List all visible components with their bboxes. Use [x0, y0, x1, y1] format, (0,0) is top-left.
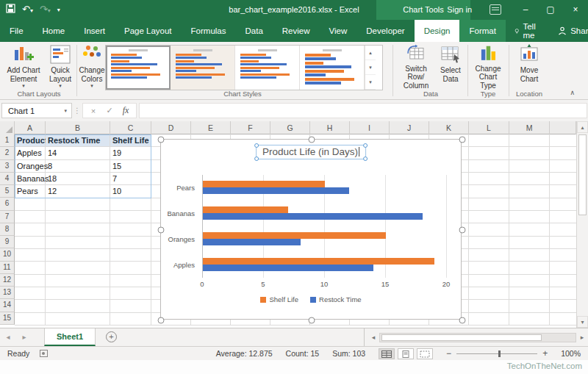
cell-C2[interactable]: 19 — [110, 147, 151, 159]
cell-B2[interactable]: 14 — [46, 147, 110, 159]
chart-style-thumb[interactable] — [171, 46, 235, 90]
tab-design[interactable]: Design — [415, 20, 460, 42]
column-header-C[interactable]: C — [110, 121, 151, 134]
column-header-J[interactable]: J — [390, 121, 429, 134]
add-chart-element-button[interactable]: Add Chart Element▾ — [3, 44, 44, 90]
bar-restock-time-bananas[interactable] — [203, 213, 423, 220]
name-box[interactable]: Chart 1 ▾ — [1, 103, 72, 118]
gallery-more-icon[interactable]: ▾ — [365, 75, 376, 90]
column-header-E[interactable]: E — [191, 121, 231, 134]
cell-A5[interactable]: Pears — [15, 185, 45, 197]
column-header-A[interactable]: A — [15, 121, 46, 134]
chart-style-thumb[interactable] — [300, 46, 365, 90]
cell-C3[interactable]: 15 — [110, 160, 151, 172]
scroll-down-icon[interactable]: ▾ — [577, 316, 588, 328]
row-header-14[interactable]: 14 — [0, 299, 15, 312]
page-break-preview-button[interactable] — [417, 348, 433, 359]
collapse-ribbon-icon[interactable]: ∧ — [570, 89, 575, 96]
vertical-scrollbar[interactable]: ▴ ▾ — [576, 121, 588, 328]
row-header-10[interactable]: 10 — [0, 248, 15, 261]
new-sheet-icon[interactable]: + — [106, 331, 117, 342]
column-header-K[interactable]: K — [429, 121, 469, 134]
column-header-G[interactable]: G — [270, 121, 310, 134]
cell-B1[interactable]: Restock Time — [46, 134, 110, 146]
row-header-13[interactable]: 13 — [0, 287, 15, 299]
horizontal-scroll-thumb[interactable] — [381, 334, 542, 341]
chart-selection-handle[interactable] — [158, 227, 165, 234]
cancel-icon[interactable]: × — [86, 107, 101, 115]
tab-review[interactable]: Review — [273, 20, 320, 42]
chart-selection-handle[interactable] — [158, 137, 165, 143]
row-header-3[interactable]: 3 — [0, 160, 15, 173]
legend-item[interactable]: Restock Time — [310, 295, 362, 303]
chart-selection-handle[interactable] — [309, 137, 315, 143]
cell-A2[interactable]: Apples — [15, 147, 45, 159]
sheet-nav-right-icon[interactable]: ▸ — [16, 328, 32, 346]
chart-style-thumb[interactable] — [106, 46, 171, 90]
title-handle[interactable] — [363, 143, 368, 148]
horizontal-scrollbar[interactable]: ◂ ▸ — [368, 328, 588, 346]
maximize-button[interactable]: ▢ — [538, 0, 563, 20]
bar-shelf-life-bananas[interactable] — [203, 206, 288, 213]
column-header-I[interactable]: I — [350, 121, 390, 134]
row-header-11[interactable]: 11 — [0, 262, 15, 274]
ribbon-display-options-icon[interactable] — [490, 4, 501, 15]
change-colors-button[interactable]: Change Colors▾ — [79, 44, 105, 90]
row-header-5[interactable]: 5 — [0, 185, 15, 198]
chart-selection-handle[interactable] — [158, 317, 165, 324]
cell-B3[interactable]: 8 — [46, 160, 110, 172]
formula-bar-grip-icon[interactable]: ⋮ — [72, 107, 82, 115]
zoom-slider[interactable] — [456, 353, 537, 354]
row-header-4[interactable]: 4 — [0, 173, 15, 185]
cell-A1[interactable]: Product — [15, 134, 45, 146]
zoom-level[interactable]: 100% — [561, 349, 581, 358]
tab-home[interactable]: Home — [33, 20, 75, 42]
switch-row-column-button[interactable]: Switch Row/ Column — [397, 44, 435, 90]
column-header-B[interactable]: B — [46, 121, 110, 134]
chart-style-thumb[interactable] — [235, 46, 300, 90]
cell-B4[interactable]: 18 — [46, 173, 110, 184]
row-header-6[interactable]: 6 — [0, 198, 15, 210]
bar-shelf-life-pears[interactable] — [203, 181, 325, 187]
column-header-D[interactable]: D — [151, 121, 191, 134]
sheet-nav-left-icon[interactable]: ◂ — [0, 328, 16, 346]
tell-me-button[interactable]: Tell me — [506, 20, 548, 42]
column-header-H[interactable]: H — [310, 121, 350, 134]
share-button[interactable]: Share — [548, 20, 588, 42]
legend-item[interactable]: Shelf Life — [260, 295, 298, 303]
tab-view[interactable]: View — [320, 20, 357, 42]
column-header-F[interactable]: F — [231, 121, 270, 134]
insert-function-icon[interactable]: fx — [118, 105, 133, 116]
gallery-scroll-down-icon[interactable]: ▾ — [365, 60, 376, 75]
chart-legend[interactable]: Shelf LifeRestock Time — [161, 295, 461, 303]
title-handle[interactable] — [254, 143, 259, 148]
row-header-9[interactable]: 9 — [0, 236, 15, 248]
zoom-out-icon[interactable]: − — [446, 348, 451, 359]
cell-A3[interactable]: Oranges — [15, 160, 45, 172]
row-header-8[interactable]: 8 — [0, 223, 15, 236]
sign-in-button[interactable]: Sign in — [447, 0, 472, 20]
tab-formulas[interactable]: Formulas — [182, 20, 236, 42]
tab-format[interactable]: Format — [459, 20, 505, 42]
horizontal-scroll-track[interactable] — [379, 333, 576, 342]
close-button[interactable]: × — [563, 0, 588, 20]
move-chart-button[interactable]: Move Chart — [513, 44, 545, 90]
macro-record-icon[interactable] — [40, 350, 48, 357]
row-header-15[interactable]: 15 — [0, 312, 15, 325]
column-header-M[interactable]: M — [509, 121, 550, 134]
title-handle[interactable] — [363, 157, 368, 161]
vertical-scroll-thumb[interactable] — [578, 134, 587, 215]
chart-object[interactable]: Product Life (in Days) PearsBananasOrang… — [160, 139, 462, 320]
row-header-2[interactable]: 2 — [0, 147, 15, 159]
select-data-button[interactable]: Select Data — [437, 44, 465, 90]
chart-selection-handle[interactable] — [459, 137, 466, 143]
cell-B5[interactable]: 12 — [46, 185, 110, 197]
change-chart-type-button[interactable]: Change Chart Type — [470, 44, 506, 90]
cell-C1[interactable]: Shelf Life — [110, 134, 151, 146]
scroll-right-icon[interactable]: ▸ — [576, 334, 588, 341]
formula-input[interactable] — [139, 103, 587, 118]
chart-selection-handle[interactable] — [459, 317, 466, 324]
column-header-L[interactable]: L — [469, 121, 509, 134]
bar-restock-time-apples[interactable] — [203, 265, 373, 271]
minimize-button[interactable]: – — [513, 0, 538, 20]
